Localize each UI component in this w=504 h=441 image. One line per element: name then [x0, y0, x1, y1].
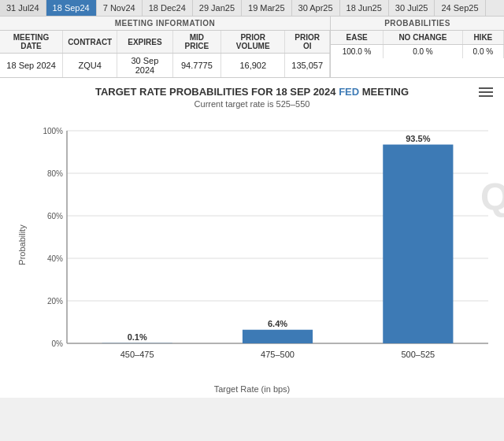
y-axis-label: Probability [17, 225, 27, 265]
bar-rect [383, 145, 453, 343]
svg-text:60%: 60% [47, 212, 63, 220]
probabilities-panel: PROBABILITIES EASENO CHANGEHIKE 100.0 %0… [331, 17, 504, 77]
prob-col-header: HIKE [462, 31, 503, 45]
date-tab[interactable]: 30 Jul25 [389, 0, 435, 16]
svg-text:0.1%: 0.1% [128, 332, 147, 342]
meeting-col-header: PRIOR OI [285, 31, 330, 54]
x-axis-label: Target Rate (in bps) [8, 384, 496, 394]
chart-area: TARGET RATE PROBABILITIES FOR 18 SEP 202… [0, 78, 504, 398]
date-tab[interactable]: 18 Dec24 [143, 0, 193, 16]
info-section: MEETING INFORMATION MEETING DATECONTRACT… [0, 17, 504, 78]
date-tabs: 31 Jul2418 Sep247 Nov2418 Dec2429 Jan251… [0, 0, 504, 17]
probabilities-header: PROBABILITIES [331, 17, 504, 31]
svg-text:450–475: 450–475 [120, 350, 154, 359]
meeting-cell: 16,902 [221, 54, 285, 78]
date-tab[interactable]: 7 Nov24 [97, 0, 143, 16]
prob-col-header: NO CHANGE [384, 31, 462, 45]
meeting-cell: 18 Sep 2024 [0, 54, 63, 78]
chart-title: TARGET RATE PROBABILITIES FOR 18 SEP 202… [8, 86, 496, 98]
date-tab[interactable]: 18 Sep24 [46, 0, 97, 16]
svg-text:93.5%: 93.5% [406, 134, 430, 143]
date-tab[interactable]: 31 Jul24 [0, 0, 46, 16]
svg-text:0%: 0% [52, 339, 64, 348]
prob-col-header: EASE [331, 31, 384, 45]
meeting-info-header: MEETING INFORMATION [0, 17, 330, 31]
bar-rect [243, 330, 313, 343]
main-container: 31 Jul2418 Sep247 Nov2418 Dec2429 Jan251… [0, 0, 504, 398]
svg-text:Q: Q [480, 176, 504, 217]
date-tab[interactable]: 24 Sep25 [435, 0, 485, 16]
svg-text:6.4%: 6.4% [268, 319, 287, 328]
svg-text:40%: 40% [47, 254, 63, 263]
meeting-col-header: MID PRICE [172, 31, 221, 54]
chart-subtitle: Current target rate is 525–550 [8, 99, 496, 109]
date-tab[interactable]: 19 Mar25 [242, 0, 291, 16]
meeting-col-header: PRIOR VOLUME [221, 31, 285, 54]
meeting-info-table: MEETING DATECONTRACTEXPIRESMID PRICEPRIO… [0, 31, 330, 77]
date-tab[interactable]: 30 Apr25 [292, 0, 340, 16]
svg-text:80%: 80% [47, 169, 63, 178]
hamburger-menu[interactable] [479, 87, 493, 97]
meeting-cell: ZQU4 [63, 54, 117, 78]
prob-cell: 0.0 % [384, 45, 462, 59]
prob-cell: 0.0 % [462, 45, 503, 59]
meeting-col-header: CONTRACT [63, 31, 117, 54]
bar-chart: 0%20%40%60%80%100%0.1%450–4756.4%475–500… [32, 115, 504, 383]
svg-text:20%: 20% [47, 297, 63, 306]
meeting-info-panel: MEETING INFORMATION MEETING DATECONTRACT… [0, 17, 331, 77]
meeting-col-header: EXPIRES [117, 31, 172, 54]
chart-wrapper: Probability 0%20%40%60%80%100%0.1%450–47… [8, 115, 496, 394]
svg-text:500–525: 500–525 [401, 350, 435, 359]
meeting-col-header: MEETING DATE [0, 31, 63, 54]
probabilities-table: EASENO CHANGEHIKE 100.0 %0.0 %0.0 % [331, 31, 504, 58]
meeting-cell: 30 Sep 2024 [117, 54, 172, 78]
svg-text:100%: 100% [43, 127, 63, 135]
meeting-cell: 135,057 [285, 54, 330, 78]
date-tab[interactable]: 29 Jan25 [193, 0, 242, 16]
date-tab[interactable]: 18 Jun25 [340, 0, 389, 16]
prob-cell: 100.0 % [331, 45, 384, 59]
svg-text:475–500: 475–500 [261, 350, 295, 359]
meeting-cell: 94.7775 [172, 54, 221, 78]
